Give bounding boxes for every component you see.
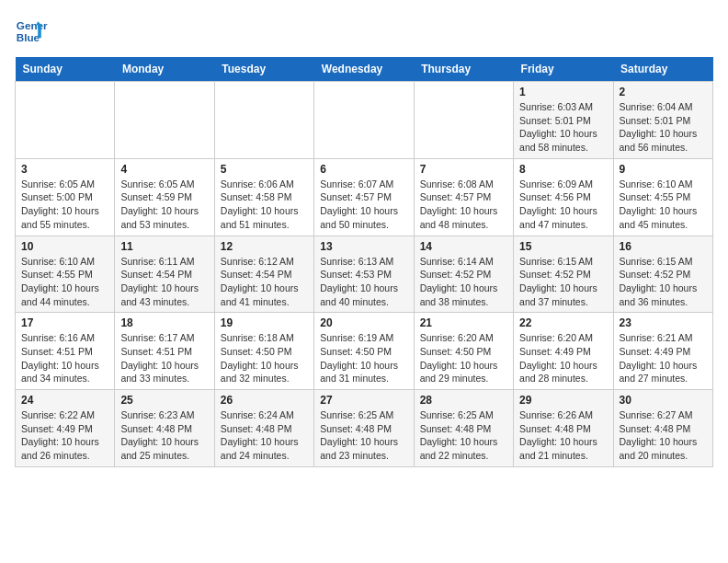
day-cell-24: 24Sunrise: 6:22 AM Sunset: 4:49 PM Dayli… — [16, 390, 115, 467]
day-info: Sunrise: 6:10 AM Sunset: 4:55 PM Dayligh… — [620, 178, 707, 232]
empty-cell — [16, 82, 115, 159]
week-row-3: 10Sunrise: 6:10 AM Sunset: 4:55 PM Dayli… — [16, 236, 713, 313]
day-cell-23: 23Sunrise: 6:21 AM Sunset: 4:49 PM Dayli… — [613, 313, 712, 390]
empty-cell — [115, 82, 214, 159]
empty-cell — [414, 82, 513, 159]
calendar-table: SundayMondayTuesdayWednesdayThursdayFrid… — [15, 57, 713, 467]
day-info: Sunrise: 6:24 AM Sunset: 4:48 PM Dayligh… — [221, 408, 308, 463]
day-info: Sunrise: 6:07 AM Sunset: 4:57 PM Dayligh… — [320, 178, 407, 232]
day-cell-11: 11Sunrise: 6:11 AM Sunset: 4:54 PM Dayli… — [115, 236, 214, 313]
weekday-header-thursday: Thursday — [414, 57, 513, 82]
day-number: 27 — [320, 394, 407, 407]
logo: General Blue — [15, 15, 48, 48]
weekday-header-tuesday: Tuesday — [214, 57, 313, 82]
week-row-1: 1Sunrise: 6:03 AM Sunset: 5:01 PM Daylig… — [16, 82, 713, 159]
day-cell-22: 22Sunrise: 6:20 AM Sunset: 4:49 PM Dayli… — [514, 313, 613, 390]
day-number: 30 — [620, 394, 707, 407]
week-row-2: 3Sunrise: 6:05 AM Sunset: 5:00 PM Daylig… — [16, 158, 713, 236]
day-cell-27: 27Sunrise: 6:25 AM Sunset: 4:48 PM Dayli… — [314, 390, 414, 467]
day-info: Sunrise: 6:22 AM Sunset: 4:49 PM Dayligh… — [21, 408, 108, 463]
day-info: Sunrise: 6:06 AM Sunset: 4:58 PM Dayligh… — [221, 178, 308, 232]
day-cell-26: 26Sunrise: 6:24 AM Sunset: 4:48 PM Dayli… — [214, 390, 313, 467]
day-number: 23 — [620, 316, 707, 329]
svg-text:General: General — [17, 19, 48, 31]
day-number: 3 — [21, 163, 108, 176]
day-cell-17: 17Sunrise: 6:16 AM Sunset: 4:51 PM Dayli… — [16, 313, 115, 390]
day-cell-8: 8Sunrise: 6:09 AM Sunset: 4:56 PM Daylig… — [514, 158, 613, 236]
day-cell-4: 4Sunrise: 6:05 AM Sunset: 4:59 PM Daylig… — [115, 158, 214, 236]
day-cell-2: 2Sunrise: 6:04 AM Sunset: 5:01 PM Daylig… — [613, 82, 712, 159]
day-cell-1: 1Sunrise: 6:03 AM Sunset: 5:01 PM Daylig… — [514, 82, 613, 159]
day-cell-18: 18Sunrise: 6:17 AM Sunset: 4:51 PM Dayli… — [115, 313, 214, 390]
day-cell-14: 14Sunrise: 6:14 AM Sunset: 4:52 PM Dayli… — [414, 236, 513, 313]
day-info: Sunrise: 6:20 AM Sunset: 4:49 PM Dayligh… — [519, 331, 607, 385]
day-number: 2 — [620, 86, 707, 98]
day-cell-12: 12Sunrise: 6:12 AM Sunset: 4:54 PM Dayli… — [214, 236, 313, 313]
day-info: Sunrise: 6:25 AM Sunset: 4:48 PM Dayligh… — [320, 408, 407, 463]
day-number: 8 — [519, 163, 607, 176]
day-info: Sunrise: 6:19 AM Sunset: 4:50 PM Dayligh… — [320, 331, 407, 385]
day-number: 17 — [21, 316, 108, 329]
day-info: Sunrise: 6:26 AM Sunset: 4:48 PM Dayligh… — [519, 408, 607, 463]
day-cell-29: 29Sunrise: 6:26 AM Sunset: 4:48 PM Dayli… — [514, 390, 613, 467]
day-info: Sunrise: 6:14 AM Sunset: 4:52 PM Dayligh… — [420, 255, 507, 309]
weekday-header-monday: Monday — [115, 57, 214, 82]
day-info: Sunrise: 6:15 AM Sunset: 4:52 PM Dayligh… — [519, 255, 607, 309]
day-info: Sunrise: 6:13 AM Sunset: 4:53 PM Dayligh… — [320, 255, 407, 309]
day-number: 1 — [519, 86, 607, 98]
day-cell-6: 6Sunrise: 6:07 AM Sunset: 4:57 PM Daylig… — [314, 158, 414, 236]
day-number: 7 — [420, 163, 507, 176]
empty-cell — [314, 82, 414, 159]
day-info: Sunrise: 6:11 AM Sunset: 4:54 PM Dayligh… — [120, 255, 208, 309]
weekday-header-row: SundayMondayTuesdayWednesdayThursdayFrid… — [16, 57, 713, 82]
day-number: 14 — [420, 240, 507, 253]
day-cell-19: 19Sunrise: 6:18 AM Sunset: 4:50 PM Dayli… — [214, 313, 313, 390]
day-number: 21 — [420, 316, 507, 329]
day-cell-21: 21Sunrise: 6:20 AM Sunset: 4:50 PM Dayli… — [414, 313, 513, 390]
day-info: Sunrise: 6:21 AM Sunset: 4:49 PM Dayligh… — [620, 331, 707, 385]
day-cell-7: 7Sunrise: 6:08 AM Sunset: 4:57 PM Daylig… — [414, 158, 513, 236]
day-info: Sunrise: 6:18 AM Sunset: 4:50 PM Dayligh… — [221, 331, 308, 385]
day-number: 18 — [120, 316, 208, 329]
day-cell-30: 30Sunrise: 6:27 AM Sunset: 4:48 PM Dayli… — [613, 390, 712, 467]
day-info: Sunrise: 6:03 AM Sunset: 5:01 PM Dayligh… — [519, 100, 607, 155]
day-number: 15 — [519, 240, 607, 253]
day-number: 20 — [320, 316, 407, 329]
day-cell-13: 13Sunrise: 6:13 AM Sunset: 4:53 PM Dayli… — [314, 236, 414, 313]
day-number: 12 — [221, 240, 308, 253]
day-info: Sunrise: 6:09 AM Sunset: 4:56 PM Dayligh… — [519, 178, 607, 232]
day-number: 29 — [519, 394, 607, 407]
day-cell-10: 10Sunrise: 6:10 AM Sunset: 4:55 PM Dayli… — [16, 236, 115, 313]
day-number: 13 — [320, 240, 407, 253]
day-info: Sunrise: 6:25 AM Sunset: 4:48 PM Dayligh… — [420, 408, 507, 463]
day-cell-3: 3Sunrise: 6:05 AM Sunset: 5:00 PM Daylig… — [16, 158, 115, 236]
day-cell-25: 25Sunrise: 6:23 AM Sunset: 4:48 PM Dayli… — [115, 390, 214, 467]
day-number: 16 — [620, 240, 707, 253]
day-info: Sunrise: 6:16 AM Sunset: 4:51 PM Dayligh… — [21, 331, 108, 385]
week-row-4: 17Sunrise: 6:16 AM Sunset: 4:51 PM Dayli… — [16, 313, 713, 390]
svg-text:Blue: Blue — [17, 31, 40, 43]
empty-cell — [214, 82, 313, 159]
day-info: Sunrise: 6:20 AM Sunset: 4:50 PM Dayligh… — [420, 331, 507, 385]
day-info: Sunrise: 6:10 AM Sunset: 4:55 PM Dayligh… — [21, 255, 108, 309]
day-number: 10 — [21, 240, 108, 253]
day-cell-5: 5Sunrise: 6:06 AM Sunset: 4:58 PM Daylig… — [214, 158, 313, 236]
weekday-header-saturday: Saturday — [613, 57, 712, 82]
day-number: 26 — [221, 394, 308, 407]
day-number: 9 — [620, 163, 707, 176]
logo-icon: General Blue — [15, 15, 48, 48]
day-cell-16: 16Sunrise: 6:15 AM Sunset: 4:52 PM Dayli… — [613, 236, 712, 313]
weekday-header-friday: Friday — [514, 57, 613, 82]
weekday-header-sunday: Sunday — [16, 57, 115, 82]
day-number: 24 — [21, 394, 108, 407]
day-info: Sunrise: 6:05 AM Sunset: 5:00 PM Dayligh… — [21, 178, 108, 232]
day-info: Sunrise: 6:04 AM Sunset: 5:01 PM Dayligh… — [620, 100, 707, 155]
day-number: 25 — [120, 394, 208, 407]
day-number: 22 — [519, 316, 607, 329]
day-number: 4 — [120, 163, 208, 176]
day-cell-20: 20Sunrise: 6:19 AM Sunset: 4:50 PM Dayli… — [314, 313, 414, 390]
day-info: Sunrise: 6:08 AM Sunset: 4:57 PM Dayligh… — [420, 178, 507, 232]
weekday-header-wednesday: Wednesday — [314, 57, 414, 82]
week-row-5: 24Sunrise: 6:22 AM Sunset: 4:49 PM Dayli… — [16, 390, 713, 467]
day-info: Sunrise: 6:23 AM Sunset: 4:48 PM Dayligh… — [120, 408, 208, 463]
